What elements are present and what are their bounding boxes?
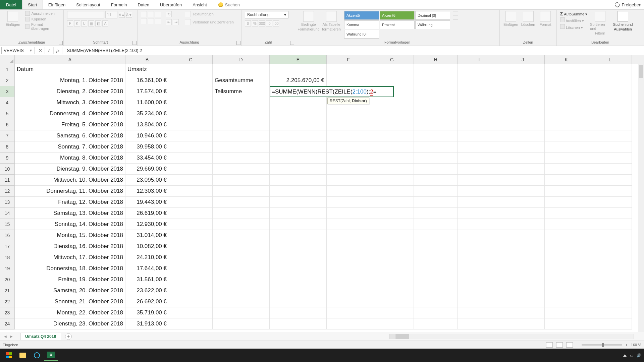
cell-F5[interactable] (327, 108, 370, 119)
formula-input[interactable]: =SUMME(WENN(REST(ZEILE(2:100);2= (62, 47, 644, 54)
cell-C8[interactable] (169, 141, 213, 153)
cell-A5[interactable]: Donnerstag, 4. Oktober 2018 (15, 108, 125, 119)
cell-H16[interactable] (414, 230, 458, 241)
cell-G5[interactable] (370, 108, 414, 119)
cell-J10[interactable] (501, 164, 545, 175)
cell-C6[interactable] (169, 119, 213, 130)
cell-C2[interactable] (169, 75, 213, 86)
cell-F23[interactable] (327, 307, 370, 318)
cell-B9[interactable]: 33.454,00 € (125, 153, 169, 164)
cell-D6[interactable] (213, 119, 270, 130)
insert-function-button[interactable]: fx (54, 47, 62, 54)
cell-C17[interactable] (169, 241, 213, 252)
cell-F7[interactable] (327, 130, 370, 141)
cell-B2[interactable]: 16.361,00 € (125, 75, 169, 86)
cell-G22[interactable] (370, 296, 414, 307)
hscroll-left[interactable] (389, 334, 395, 339)
view-normal-button[interactable] (546, 342, 553, 348)
cell-I21[interactable] (458, 285, 501, 296)
cell-B21[interactable]: 23.622,00 € (125, 285, 169, 296)
cell-D21[interactable] (213, 285, 270, 296)
row-header-18[interactable]: 18 (0, 252, 15, 263)
cell-C13[interactable] (169, 197, 213, 208)
find-select-button[interactable]: Suchen und Auswählen (613, 11, 633, 31)
cell-H13[interactable] (414, 197, 458, 208)
cell-G15[interactable] (370, 219, 414, 230)
cell-E2[interactable]: 2.205.670,00 € (270, 75, 327, 86)
cell-B17[interactable]: 10.082,00 € (125, 241, 169, 252)
cell-L4[interactable] (588, 97, 632, 108)
align-bottom[interactable] (155, 11, 161, 17)
cell-B3[interactable]: 17.574,00 € (125, 86, 169, 97)
tab-pagelayout[interactable]: Seitenlayout (71, 0, 106, 9)
cell-L5[interactable] (588, 108, 632, 119)
decrease-font-button[interactable]: A▼ (126, 12, 132, 18)
cell-A4[interactable]: Mittwoch, 3. Oktober 2018 (15, 97, 125, 108)
col-header-G[interactable]: G (370, 55, 414, 64)
cell-D1[interactable] (213, 64, 270, 75)
bold-button[interactable]: F (67, 20, 73, 26)
cell-A16[interactable]: Montag, 15. Oktober 2018 (15, 230, 125, 241)
cell-B20[interactable]: 31.561,00 € (125, 274, 169, 285)
increase-indent[interactable]: ⇥ (173, 19, 179, 25)
cell-A14[interactable]: Samstag, 13. Oktober 2018 (15, 208, 125, 219)
cell-E7[interactable] (270, 130, 327, 141)
cell-E10[interactable] (270, 164, 327, 175)
cell-C4[interactable] (169, 97, 213, 108)
cell-F20[interactable] (327, 274, 370, 285)
cell-I13[interactable] (458, 197, 501, 208)
cell-H21[interactable] (414, 285, 458, 296)
cell-L23[interactable] (588, 307, 632, 318)
cell-D19[interactable] (213, 263, 270, 274)
cell-G9[interactable] (370, 153, 414, 164)
cell-F16[interactable] (327, 230, 370, 241)
cell-F8[interactable] (327, 141, 370, 153)
cell-L13[interactable] (588, 197, 632, 208)
cell-D4[interactable] (213, 97, 270, 108)
cell-C23[interactable] (169, 307, 213, 318)
cell-J11[interactable] (501, 175, 545, 186)
cell-H1[interactable] (414, 64, 458, 75)
cell-I16[interactable] (458, 230, 501, 241)
style-waehrung[interactable]: Währung (415, 20, 450, 29)
cell-J21[interactable] (501, 285, 545, 296)
cell-C11[interactable] (169, 175, 213, 186)
tab-review[interactable]: Überprüfen (155, 0, 187, 9)
decrease-decimal[interactable]: .00 (273, 20, 279, 26)
cell-C15[interactable] (169, 219, 213, 230)
cell-K11[interactable] (545, 175, 588, 186)
autosum-button[interactable]: Σ AutoSumme ▾ (560, 11, 587, 16)
cell-B4[interactable]: 11.600,00 € (125, 97, 169, 108)
cell-E4[interactable] (270, 97, 327, 108)
cell-D9[interactable] (213, 153, 270, 164)
cell-H18[interactable] (414, 252, 458, 263)
cell-C3[interactable] (169, 86, 213, 97)
delete-cells-button[interactable]: Löschen (521, 11, 536, 26)
cell-E1[interactable] (270, 64, 327, 75)
cell-B24[interactable]: 31.913,00 € (125, 318, 169, 329)
cell-E18[interactable] (270, 252, 327, 263)
cell-D3[interactable]: Teilsumme (213, 86, 270, 97)
cell-A10[interactable]: Dienstag, 9. Oktober 2018 (15, 164, 125, 175)
cell-A9[interactable]: Montag, 8. Oktober 2018 (15, 153, 125, 164)
cell-I19[interactable] (458, 263, 501, 274)
increase-decimal[interactable]: .0 (266, 20, 272, 26)
cell-I5[interactable] (458, 108, 501, 119)
row-header-21[interactable]: 21 (0, 285, 15, 296)
cell-H20[interactable] (414, 274, 458, 285)
cell-K2[interactable] (545, 75, 588, 86)
alignment-launcher[interactable] (236, 41, 240, 45)
col-header-F[interactable]: F (327, 55, 370, 64)
cell-F22[interactable] (327, 296, 370, 307)
horizontal-scrollbar[interactable] (389, 334, 634, 339)
format-cells-button[interactable]: Format (538, 11, 553, 26)
percent-format[interactable]: % (252, 20, 258, 26)
border-button[interactable]: ▦ (88, 20, 94, 26)
col-header-D[interactable]: D (213, 55, 270, 64)
col-header-I[interactable]: I (458, 55, 501, 64)
cell-E14[interactable] (270, 208, 327, 219)
cell-I1[interactable] (458, 64, 501, 75)
cell-E6[interactable] (270, 119, 327, 130)
cell-I3[interactable] (458, 86, 501, 97)
wrap-text-button[interactable]: Textumbruch (185, 11, 234, 17)
